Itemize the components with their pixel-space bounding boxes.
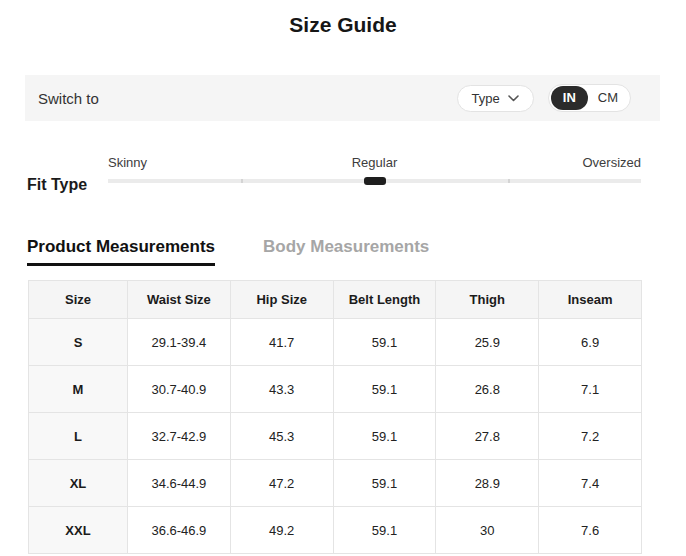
size-table: SizeWaist SizeHip SizeBelt LengthThighIn… <box>28 280 642 554</box>
measurement-cell: 59.1 <box>333 366 436 413</box>
unit-cm-option[interactable]: CM <box>588 86 628 110</box>
table-row: XXL36.6-46.949.259.1307.6 <box>29 507 642 554</box>
type-dropdown[interactable]: Type <box>457 85 534 112</box>
measurement-cell: 59.1 <box>333 460 436 507</box>
measurement-cell: 59.1 <box>333 319 436 366</box>
measurement-cell: 6.9 <box>539 319 642 366</box>
measurement-cell: 25.9 <box>436 319 539 366</box>
switch-to-label: Switch to <box>38 90 99 107</box>
column-header: Size <box>29 281 128 319</box>
table-row: M30.7-40.943.359.126.87.1 <box>29 366 642 413</box>
switch-controls: Type IN CM <box>457 84 631 112</box>
measurement-cell: 30.7-40.9 <box>128 366 231 413</box>
fit-option-oversized[interactable]: Oversized <box>582 155 641 170</box>
column-header: Belt Length <box>333 281 436 319</box>
measurement-cell: 59.1 <box>333 507 436 554</box>
unit-in-option[interactable]: IN <box>551 86 588 110</box>
measurement-cell: 7.2 <box>539 413 642 460</box>
fit-type-row: Fit Type Skinny Regular Oversized <box>27 155 641 195</box>
fit-type-slider: Skinny Regular Oversized <box>108 155 641 195</box>
type-dropdown-label: Type <box>472 91 500 106</box>
measurement-cell: 59.1 <box>333 413 436 460</box>
fit-slider-handle[interactable] <box>364 177 386 185</box>
size-cell: XL <box>29 460 128 507</box>
size-table-header-row: SizeWaist SizeHip SizeBelt LengthThighIn… <box>29 281 642 319</box>
fit-type-options: Skinny Regular Oversized <box>108 155 641 171</box>
table-row: S29.1-39.441.759.125.96.9 <box>29 319 642 366</box>
column-header: Hip Size <box>230 281 333 319</box>
switch-bar: Switch to Type IN CM <box>25 75 660 121</box>
page-title: Size Guide <box>0 0 686 37</box>
column-header: Waist Size <box>128 281 231 319</box>
measurement-tabs: Product Measurements Body Measurements <box>27 237 686 266</box>
measurement-cell: 36.6-46.9 <box>128 507 231 554</box>
size-cell: M <box>29 366 128 413</box>
measurement-cell: 34.6-44.9 <box>128 460 231 507</box>
measurement-cell: 43.3 <box>230 366 333 413</box>
size-cell: S <box>29 319 128 366</box>
measurement-cell: 41.7 <box>230 319 333 366</box>
column-header: Thigh <box>436 281 539 319</box>
measurement-cell: 7.4 <box>539 460 642 507</box>
size-cell: L <box>29 413 128 460</box>
table-row: XL34.6-44.947.259.128.97.4 <box>29 460 642 507</box>
measurement-cell: 29.1-39.4 <box>128 319 231 366</box>
tab-body-measurements[interactable]: Body Measurements <box>263 237 429 266</box>
measurement-cell: 7.6 <box>539 507 642 554</box>
fit-option-regular[interactable]: Regular <box>352 155 398 170</box>
measurement-cell: 30 <box>436 507 539 554</box>
size-guide-page: Size Guide Switch to Type IN CM Fit Type… <box>0 0 686 556</box>
column-header: Inseam <box>539 281 642 319</box>
measurement-cell: 47.2 <box>230 460 333 507</box>
slider-tick <box>508 179 510 183</box>
measurement-cell: 26.8 <box>436 366 539 413</box>
fit-slider-track[interactable] <box>108 179 641 183</box>
table-row: L32.7-42.945.359.127.87.2 <box>29 413 642 460</box>
size-cell: XXL <box>29 507 128 554</box>
tab-product-measurements[interactable]: Product Measurements <box>27 237 215 266</box>
measurement-cell: 49.2 <box>230 507 333 554</box>
measurement-cell: 28.9 <box>436 460 539 507</box>
slider-tick <box>241 179 243 183</box>
fit-type-label: Fit Type <box>27 175 108 195</box>
measurement-cell: 27.8 <box>436 413 539 460</box>
measurement-cell: 45.3 <box>230 413 333 460</box>
chevron-down-icon <box>508 95 519 102</box>
measurement-cell: 32.7-42.9 <box>128 413 231 460</box>
fit-option-skinny[interactable]: Skinny <box>108 155 147 170</box>
measurement-cell: 7.1 <box>539 366 642 413</box>
unit-toggle[interactable]: IN CM <box>548 84 631 112</box>
